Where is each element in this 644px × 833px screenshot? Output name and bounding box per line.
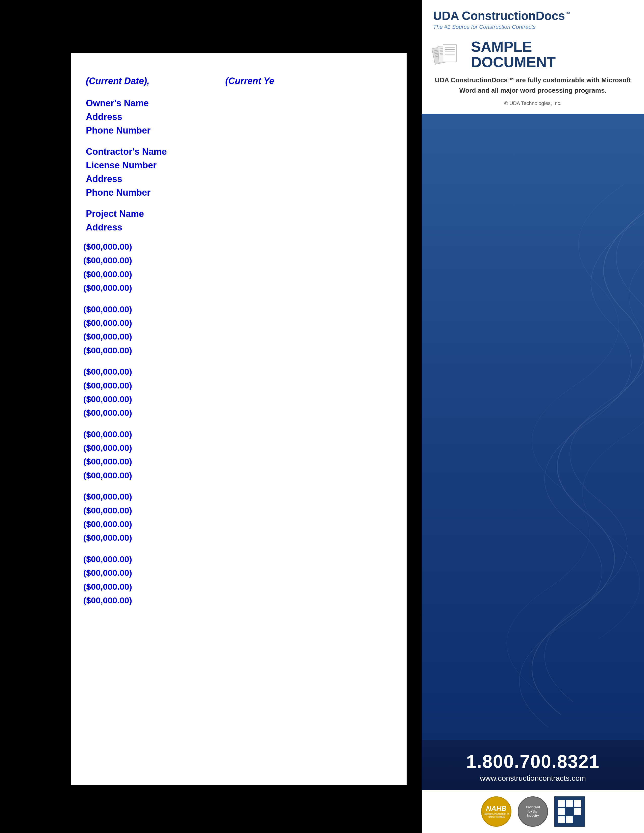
wave-decoration bbox=[422, 185, 644, 740]
date-line: (Current Date), (Current Ye bbox=[86, 76, 391, 86]
amount-6-4: ($00,000.00) bbox=[83, 593, 132, 607]
owner-address: Address bbox=[86, 110, 391, 124]
brand-header: UDA ConstructionDocs™ The #1 Source for … bbox=[422, 0, 644, 30]
sample-section: SAMPLEDOCUMENT UDA ConstructionDocs™ are… bbox=[422, 30, 644, 114]
project-block: Project Name Address bbox=[86, 207, 391, 234]
amount-6-3: ($00,000.00) bbox=[83, 580, 132, 593]
amount-2-3: ($00,000.00) bbox=[83, 330, 132, 343]
contractor-license: License Number bbox=[86, 159, 391, 172]
sidebar-bottom: 1.800.700.8321 www.constructioncontracts… bbox=[422, 740, 644, 790]
amount-4-1: ($00,000.00) bbox=[83, 427, 132, 441]
amount-5-2: ($00,000.00) bbox=[83, 503, 132, 517]
amount-2-1: ($00,000.00) bbox=[83, 302, 132, 316]
amount-4-2: ($00,000.00) bbox=[83, 441, 132, 455]
sample-doc-row: SAMPLEDOCUMENT bbox=[433, 39, 633, 70]
sidebar-blue-middle bbox=[422, 114, 644, 740]
document-panel: (Current Date), (Current Ye Owner's Name… bbox=[0, 0, 422, 833]
owner-phone: Phone Number bbox=[86, 124, 391, 137]
amount-4-4: ($00,000.00) bbox=[83, 468, 132, 482]
owner-block: Owner's Name Address Phone Number bbox=[86, 96, 391, 137]
amount-4-3: ($00,000.00) bbox=[83, 455, 132, 468]
amount-5-4: ($00,000.00) bbox=[83, 531, 132, 545]
current-date: (Current Date), bbox=[86, 76, 150, 86]
nahb-logo: NAHB National Association of Home Builde… bbox=[481, 796, 511, 827]
amount-3-1: ($00,000.00) bbox=[83, 365, 132, 378]
contractor-address: Address bbox=[86, 172, 391, 186]
amounts-section: ($00,000.00) ($00,000.00) ($00,000.00) (… bbox=[83, 240, 132, 615]
website: www.constructioncontracts.com bbox=[429, 774, 636, 783]
amount-group-4: ($00,000.00) ($00,000.00) ($00,000.00) (… bbox=[83, 427, 132, 482]
contractor-phone: Phone Number bbox=[86, 186, 391, 199]
logos-row: NAHB National Association of Home Builde… bbox=[422, 790, 644, 833]
amount-group-6: ($00,000.00) ($00,000.00) ($00,000.00) (… bbox=[83, 552, 132, 607]
paper-document: (Current Date), (Current Ye Owner's Name… bbox=[71, 53, 407, 785]
amount-3-2: ($00,000.00) bbox=[83, 379, 132, 392]
amount-1-2: ($00,000.00) bbox=[83, 253, 132, 267]
amount-5-1: ($00,000.00) bbox=[83, 490, 132, 503]
amount-1-1: ($00,000.00) bbox=[83, 240, 132, 253]
owner-name: Owner's Name bbox=[86, 96, 391, 110]
amount-3-4: ($00,000.00) bbox=[83, 406, 132, 420]
amount-1-3: ($00,000.00) bbox=[83, 267, 132, 281]
amount-2-4: ($00,000.00) bbox=[83, 344, 132, 357]
current-year: (Current Ye bbox=[225, 76, 274, 86]
contractor-name: Contractor's Name bbox=[86, 145, 391, 159]
amount-group-5: ($00,000.00) ($00,000.00) ($00,000.00) (… bbox=[83, 490, 132, 545]
brand-title: UDA ConstructionDocs™ bbox=[433, 9, 633, 23]
copyright: © UDA Technologies, Inc. bbox=[433, 100, 633, 106]
project-address: Address bbox=[86, 220, 391, 234]
amount-2-2: ($00,000.00) bbox=[83, 316, 132, 330]
project-name: Project Name bbox=[86, 207, 391, 220]
document-icon bbox=[433, 44, 464, 64]
amount-3-3: ($00,000.00) bbox=[83, 392, 132, 406]
amount-group-2: ($00,000.00) ($00,000.00) ($00,000.00) (… bbox=[83, 302, 132, 357]
sample-title: SAMPLEDOCUMENT bbox=[471, 39, 555, 70]
grid-logo bbox=[554, 796, 584, 827]
sidebar: UDA ConstructionDocs™ The #1 Source for … bbox=[422, 0, 644, 833]
sample-description: UDA ConstructionDocs™ are fully customiz… bbox=[433, 75, 633, 96]
amount-5-3: ($00,000.00) bbox=[83, 517, 132, 531]
brand-subtitle: The #1 Source for Construction Contracts bbox=[433, 24, 633, 30]
amount-6-1: ($00,000.00) bbox=[83, 552, 132, 566]
amount-group-3: ($00,000.00) ($00,000.00) ($00,000.00) (… bbox=[83, 365, 132, 420]
contractor-block: Contractor's Name License Number Address… bbox=[86, 145, 391, 199]
phone-number: 1.800.700.8321 bbox=[429, 751, 636, 772]
amount-group-1: ($00,000.00) ($00,000.00) ($00,000.00) (… bbox=[83, 240, 132, 295]
amount-6-2: ($00,000.00) bbox=[83, 566, 132, 580]
endorsed-logo: Endorsedby theIndustry bbox=[518, 796, 548, 827]
amount-1-4: ($00,000.00) bbox=[83, 281, 132, 294]
